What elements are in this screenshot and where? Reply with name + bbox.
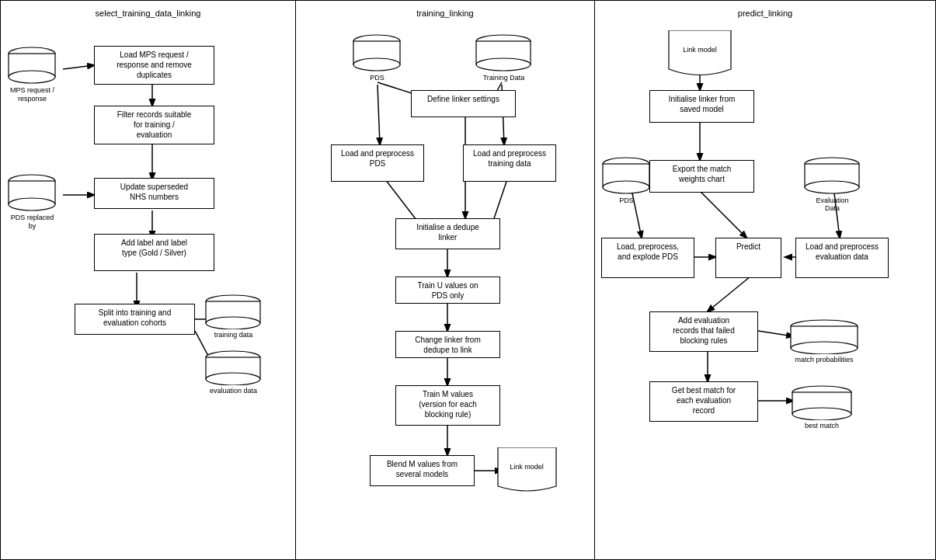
cylinder-pds-p3: PDS [601, 156, 652, 204]
box-add-failed: Add evaluationrecords that failedblockin… [649, 311, 758, 352]
box-get-best-match: Get best match foreach evaluationrecord [649, 381, 758, 422]
cylinder-eval-p3: EvaluationData [803, 156, 861, 212]
svg-line-22 [378, 85, 380, 144]
box-blend-m: Blend M values fromseveral models [370, 455, 475, 486]
box-change-linker: Change linker fromdedupe to link [395, 331, 500, 358]
panel-select-training: select_training_data_linking [1, 1, 296, 559]
diagram-container: select_training_data_linking [0, 0, 936, 560]
panel1-title: select_training_data_linking [9, 9, 287, 18]
cylinder-training-data: training data [204, 294, 263, 339]
svg-text:Link model: Link model [510, 463, 544, 471]
panel2-title: training_linking [304, 9, 586, 18]
box-init-linker: Initialise linker fromsaved model [649, 90, 754, 123]
box-train-m: Train M values(version for eachblocking … [395, 385, 500, 426]
panel3-arrows [595, 1, 935, 559]
svg-line-46 [708, 277, 750, 311]
svg-point-13 [9, 198, 55, 210]
box-init-dedupe: Initialise a dedupelinker [395, 218, 500, 249]
svg-point-34 [353, 58, 400, 71]
box-export-weights: Export the matchweights chart [649, 160, 754, 193]
box-define-linker: Define linker settings [411, 90, 516, 117]
svg-point-62 [792, 408, 851, 420]
box-predict: Predict [715, 238, 781, 278]
cylinder-pds-p2: PDS [352, 33, 402, 82]
box-load-eval: Load and preprocessevaluation data [795, 238, 889, 278]
svg-point-56 [805, 181, 859, 193]
doc-link-model-p2: Link model [494, 447, 560, 496]
cylinder-pds-replaced: PDS replacedby [7, 173, 57, 231]
svg-line-47 [758, 331, 793, 336]
cylinder-training-p2: Training Data [475, 33, 533, 82]
box-add-label: Add label and labeltype (Gold / Silver) [94, 234, 214, 271]
box-load-pds: Load and preprocessPDS [331, 144, 424, 182]
svg-point-19 [206, 373, 260, 385]
cylinder-best-match: best match [791, 385, 853, 430]
svg-point-10 [9, 71, 55, 83]
panel3-title: predict_linking [603, 9, 927, 18]
svg-point-16 [206, 317, 260, 329]
box-update-superseded: Update supersededNHS numbers [94, 178, 214, 209]
box-load-mps: Load MPS request /response and removedup… [94, 46, 214, 85]
cylinder-eval-data: evaluation data [204, 350, 263, 395]
cylinder-match-prob: match probabilities [789, 319, 859, 363]
doc-link-model-p3: Link model [665, 30, 735, 78]
svg-point-53 [603, 181, 649, 193]
svg-point-59 [791, 342, 858, 354]
svg-line-0 [63, 65, 94, 69]
svg-line-42 [700, 191, 746, 238]
box-load-explode-pds: Load, preprocess,and explode PDS [601, 238, 694, 278]
box-load-training: Load and preprocesstraining data [463, 144, 556, 182]
box-train-u: Train U values onPDS only [395, 277, 500, 304]
box-filter-records: Filter records suitablefor training /eva… [94, 106, 214, 144]
box-split-cohorts: Split into training andevaluation cohort… [75, 304, 195, 335]
panel-training: training_linking [296, 1, 595, 559]
svg-text:Link model: Link model [683, 46, 717, 54]
svg-point-37 [476, 58, 531, 71]
cylinder-mps: MPS request /response [7, 46, 57, 103]
panel-predict: predict_linking [595, 1, 935, 559]
